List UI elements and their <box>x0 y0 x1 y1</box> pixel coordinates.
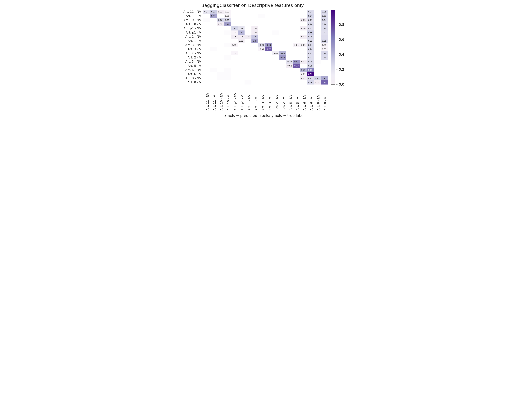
y-tick-label: Art. 10 - NV <box>177 18 202 22</box>
x-axis-labels: Art. 11 - NVArt. 11 - VArt. 10 - NVArt. … <box>203 86 328 114</box>
heatmap-cell: 0.26 <box>217 18 224 22</box>
y-tick-label: Art. 3 - NV <box>177 43 202 47</box>
heatmap-cell <box>293 18 300 22</box>
heatmap-cell <box>272 43 279 47</box>
heatmap-cell <box>245 43 252 47</box>
heatmap-cell <box>258 51 265 55</box>
x-tick-label: Art. 11 - NV <box>206 93 209 110</box>
x-tick-label: Art. 11 - V <box>213 95 216 111</box>
heatmap-cell <box>293 51 300 55</box>
heatmap-cell <box>300 31 307 35</box>
heatmap-cell: 0.72 <box>265 47 272 51</box>
heatmap-cell <box>210 18 217 22</box>
heatmap-cell <box>210 43 217 47</box>
heatmap-cell <box>203 31 210 35</box>
heatmap-cell <box>293 10 300 14</box>
heatmap-cell <box>203 26 210 31</box>
heatmap-cell: 0.25 <box>307 64 314 68</box>
heatmap-cell: 0.23 <box>321 35 328 39</box>
heatmap-cell <box>286 39 293 43</box>
heatmap-cell <box>217 76 224 80</box>
heatmap-cell: 0.06 <box>238 35 245 39</box>
heatmap-cell <box>210 72 217 76</box>
heatmap-cell <box>293 14 300 18</box>
heatmap-cell <box>203 72 210 76</box>
heatmap-cell <box>279 31 286 35</box>
heatmap-row: 0.010.210.490.010.010.240.01 <box>203 43 328 47</box>
colorbar-tick: 0.2 <box>336 68 344 71</box>
heatmap-cell <box>279 18 286 22</box>
heatmap-cell <box>231 72 238 76</box>
heatmap-cell <box>279 72 286 76</box>
heatmap-cell <box>286 10 293 14</box>
heatmap-cell <box>245 64 252 68</box>
heatmap-cell: 0.47 <box>210 14 217 18</box>
x-tick-label: Art. p1 - NV <box>234 93 237 110</box>
heatmap-cell <box>252 22 258 26</box>
heatmap-cell <box>252 51 258 55</box>
heatmap-cell <box>252 68 258 72</box>
y-tick-label: Art. 8 - V <box>177 80 202 84</box>
heatmap-cell <box>265 68 272 72</box>
heatmap-cell <box>286 43 293 47</box>
heatmap-cell <box>265 55 272 60</box>
heatmap-cell: 0.47 <box>252 39 258 43</box>
heatmap-cell <box>238 64 245 68</box>
heatmap-row: 0.010.99 <box>203 72 328 76</box>
heatmap-cell <box>238 18 245 22</box>
heatmap-cell <box>210 39 217 43</box>
heatmap-cell <box>217 14 224 18</box>
heatmap-cell <box>286 80 293 84</box>
heatmap-cell <box>286 55 293 60</box>
heatmap-cell <box>231 39 238 43</box>
heatmap-cell: 0.25 <box>224 18 231 22</box>
heatmap-cell <box>210 60 217 64</box>
heatmap-cell <box>245 80 252 84</box>
heatmap-cell <box>258 26 265 31</box>
x-tick-label: Art. 1 - NV <box>247 95 251 110</box>
heatmap-cell: 0.22 <box>307 55 314 60</box>
heatmap-cell: 0.19 <box>238 26 245 31</box>
heatmap-cell <box>314 51 321 55</box>
heatmap-cell <box>245 72 252 76</box>
heatmap-cell <box>314 18 321 22</box>
x-tick-label: Art. 3 - V <box>268 97 272 111</box>
heatmap-cell <box>265 51 272 55</box>
heatmap-cell <box>238 80 245 84</box>
heatmap-cell <box>314 72 321 76</box>
heatmap-cell <box>224 64 231 68</box>
heatmap-cell <box>293 72 300 76</box>
heatmap-cell: 0.27 <box>314 76 321 80</box>
heatmap-cell <box>272 14 279 18</box>
heatmap-cell: 0.03 <box>300 18 307 22</box>
heatmap-cell: 0.23 <box>307 76 314 80</box>
y-tick-label: Art. p1 - V <box>177 31 202 35</box>
heatmap-cell: 0.24 <box>321 55 328 60</box>
y-tick-label: Art. 1 - NV <box>177 35 202 39</box>
colorbar <box>331 10 335 84</box>
heatmap-cell <box>238 14 245 18</box>
heatmap-cell <box>217 26 224 31</box>
heatmap-cell: 0.02 <box>217 22 224 26</box>
heatmap-cell <box>279 80 286 84</box>
heatmap-cell: 0.01 <box>231 43 238 47</box>
colorbar-tick-label: 0.4 <box>339 53 344 57</box>
heatmap-cell <box>203 68 210 72</box>
heatmap-cell <box>203 64 210 68</box>
heatmap-cell <box>258 22 265 26</box>
colorbar-gradient <box>331 10 335 84</box>
heatmap-cell <box>321 72 328 76</box>
heatmap-cell <box>265 18 272 22</box>
heatmap-cell <box>265 39 272 43</box>
heatmap-cell <box>272 72 279 76</box>
heatmap-cell <box>231 64 238 68</box>
heatmap-cell: 0.03 <box>252 26 258 31</box>
y-tick-label: Art. 5 - V <box>177 64 202 68</box>
heatmap-cell <box>245 68 252 72</box>
heatmap-cell <box>272 47 279 51</box>
heatmap-cell: 0.99 <box>307 72 314 76</box>
heatmap-cell <box>252 10 258 14</box>
heatmap-cell <box>293 68 300 72</box>
heatmap-cell <box>272 64 279 68</box>
y-tick-label: Art. 3 - V <box>177 47 202 51</box>
